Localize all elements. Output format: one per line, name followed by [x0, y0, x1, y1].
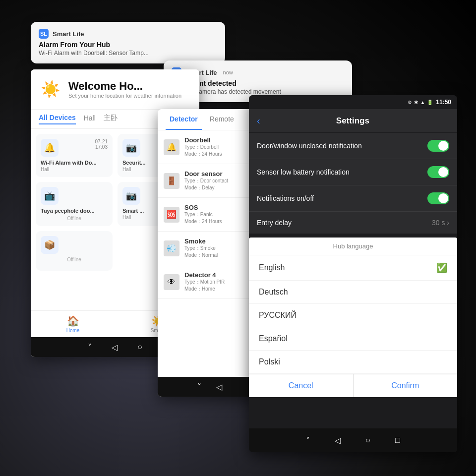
wifi-icon: ▲	[420, 100, 425, 105]
notif2-time: now	[223, 69, 233, 75]
nav-home[interactable]: 🏠 Home	[31, 315, 115, 333]
wifi-alarm-location: Hall	[41, 167, 108, 172]
phone-screen-3: ⚙ ✱ ▲ 🔋 11:50 ‹ Settings Door/window unc…	[249, 95, 457, 452]
detector-item-door-sensor[interactable]: 🚪 Door sensor Type：Door contact Mode：Del…	[158, 164, 262, 198]
detector4-img: 👁	[164, 274, 179, 290]
tab-remote[interactable]: Remote	[206, 109, 238, 130]
doorbell-type: Type：Doorbell	[184, 144, 222, 151]
door-window-toggle[interactable]	[427, 140, 449, 152]
welcome-header: ☀️ Welcome Ho... Set your home location …	[31, 69, 199, 110]
sos-name: SOS	[184, 204, 222, 211]
door-sensor-type: Type：Door contact	[184, 178, 228, 184]
door-sensor-img: 🚪	[164, 173, 179, 189]
sun-icon: ☀️	[39, 77, 62, 101]
android3-dropdown-btn[interactable]: ˅	[306, 436, 310, 445]
box-status: Offline	[41, 257, 108, 262]
tab-main-room[interactable]: 主卧	[104, 114, 118, 124]
notification-card-1: SL Smart Life Alarm From Your Hub Wi-Fi …	[31, 22, 225, 63]
notifications-toggle[interactable]	[427, 192, 449, 204]
status-bar: ⚙ ✱ ▲ 🔋 11:50	[249, 95, 457, 109]
battery-label: Sensor low battery notification	[257, 168, 350, 176]
smart-life-icon: SL	[39, 29, 49, 39]
settings-row-entry-delay[interactable]: Entry delay 30 s ›	[249, 212, 457, 234]
detector-item-4[interactable]: 👁 Detector 4 Type：Motion PIR Mode：Home	[158, 265, 262, 299]
smoke-mode: Mode：Normal	[184, 252, 218, 259]
door-sensor-mode: Mode：Delay	[184, 184, 228, 191]
tab-detector[interactable]: Detector	[166, 109, 202, 130]
lang-espanol: Español	[259, 334, 288, 343]
smart-cam-icon: 📷	[122, 187, 140, 205]
notif1-body: Wi-Fi Alarm with Doorbell: Sensor Tamp..…	[39, 50, 217, 57]
notif1-title: Alarm From Your Hub	[39, 41, 217, 49]
door-window-label: Door/window unclosed notification	[257, 142, 362, 150]
android3-home-btn[interactable]: ○	[365, 436, 370, 445]
status-time: 11:50	[436, 99, 451, 106]
lang-item-espanol[interactable]: Español	[249, 327, 457, 351]
status-icons: ⚙ ✱ ▲ 🔋	[408, 100, 433, 105]
nav-home-label: Home	[66, 328, 80, 333]
peephole-name: Tuya peephole doo...	[41, 208, 108, 214]
android-back-btn[interactable]: ˅	[88, 343, 92, 352]
doorbell-img: 🔔	[164, 139, 179, 155]
door-sensor-name: Door sensor	[184, 170, 228, 178]
settings-section: Door/window unclosed notification Sensor…	[249, 133, 457, 234]
settings-header: ‹ Settings	[249, 109, 457, 132]
wifi-alarm-name: Wi-Fi Alarm with Do...	[41, 160, 108, 166]
language-section: Hub language English ✅ Deutsch РУССКИЙ E…	[249, 238, 457, 397]
peephole-status: Offline	[41, 216, 108, 221]
battery-icon: 🔋	[427, 100, 433, 105]
detector4-mode: Mode：Home	[184, 286, 225, 293]
smoke-img: 💨	[164, 240, 179, 256]
entry-delay-value: 30 s ›	[432, 219, 449, 227]
settings-row-door-window[interactable]: Door/window unclosed notification	[249, 133, 457, 159]
sos-type: Type：Panic	[184, 211, 222, 218]
device-card-box[interactable]: 📦 Offline	[36, 231, 113, 271]
detector4-name: Detector 4	[184, 271, 225, 279]
detector-tabs: Detector Remote	[158, 109, 262, 130]
detector-item-doorbell[interactable]: 🔔 Doorbell Type：Doorbell Mode：24 Hours	[158, 130, 262, 164]
android2-back-btn[interactable]: ˅	[197, 382, 201, 392]
detector-item-sos[interactable]: 🆘 SOS Type：Panic Mode：24 Hours	[158, 198, 262, 232]
notifications-label: Notifications on/off	[257, 194, 314, 202]
android3-recents-btn[interactable]: □	[395, 436, 400, 445]
android-recents-btn[interactable]: ○	[137, 343, 142, 352]
peephole-icon: 📺	[41, 187, 59, 205]
lang-deutsch: Deutsch	[259, 288, 288, 297]
android-home-btn[interactable]: ◁	[112, 343, 118, 352]
notif1-app-name: Smart Life	[53, 30, 84, 38]
device-card-wifi-alarm[interactable]: 🔔 07-2117:03 Wi-Fi Alarm with Do... Hall	[36, 134, 113, 177]
bluetooth-icon: ✱	[414, 100, 418, 105]
android-bar-2: ˅ ◁	[158, 377, 262, 397]
detector4-type: Type：Motion PIR	[184, 279, 225, 286]
detector-item-smoke[interactable]: 💨 Smoke Type：Smoke Mode：Normal	[158, 232, 262, 265]
device-card-peephole[interactable]: 📺 Tuya peephole doo... Offline	[36, 182, 113, 226]
welcome-subtitle: Set your home location for weather infor…	[68, 93, 181, 99]
lang-item-russian[interactable]: РУССКИЙ	[249, 304, 457, 327]
lang-item-english[interactable]: English ✅	[249, 255, 457, 281]
battery-toggle[interactable]	[427, 166, 449, 178]
tab-hall[interactable]: Hall	[84, 114, 96, 124]
lang-item-deutsch[interactable]: Deutsch	[249, 281, 457, 304]
smoke-name: Smoke	[184, 238, 218, 245]
lang-item-polski[interactable]: Polski	[249, 351, 457, 374]
smoke-type: Type：Smoke	[184, 245, 218, 252]
cancel-button[interactable]: Cancel	[249, 374, 354, 397]
tab-all-devices[interactable]: All Devices	[39, 114, 76, 124]
android-bar-3: ˅ ◁ ○ □	[249, 428, 457, 452]
android3-back-btn[interactable]: ◁	[335, 436, 341, 445]
settings-back-button[interactable]: ‹	[257, 115, 260, 126]
android2-home-btn[interactable]: ◁	[216, 382, 222, 392]
security-cam-icon: 📷	[122, 139, 140, 157]
detector-list: 🔔 Doorbell Type：Doorbell Mode：24 Hours 🚪…	[158, 130, 262, 299]
confirm-button[interactable]: Confirm	[354, 374, 458, 397]
settings-row-battery[interactable]: Sensor low battery notification	[249, 159, 457, 185]
home-icon: 🏠	[67, 315, 79, 327]
lang-english: English	[259, 263, 285, 272]
signal-icon: ⚙	[408, 100, 412, 105]
settings-row-notifications[interactable]: Notifications on/off	[249, 185, 457, 212]
entry-delay-label: Entry delay	[257, 219, 292, 227]
lang-actions: Cancel Confirm	[249, 374, 457, 397]
lang-russian: РУССКИЙ	[259, 311, 297, 320]
hub-language-label: Hub language	[249, 238, 457, 255]
lang-english-check: ✅	[436, 262, 447, 273]
